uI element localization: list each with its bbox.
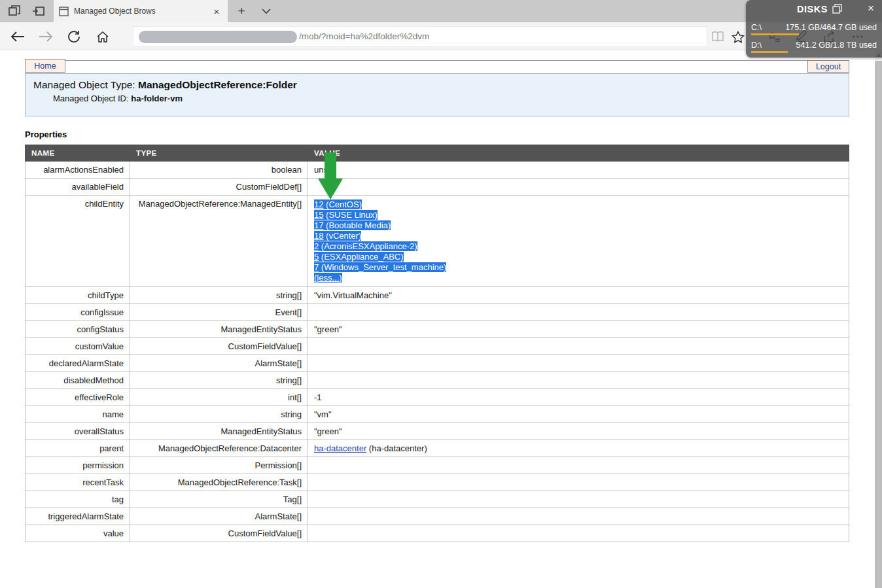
tab-close-icon[interactable]: × [211, 6, 222, 17]
type-value: ManagedObjectReference:Folder [138, 79, 297, 90]
forward-icon[interactable] [36, 27, 56, 46]
annotation-arrow-icon [318, 152, 343, 199]
disk-usage-bar [751, 33, 799, 35]
vertical-scrollbar[interactable] [875, 50, 882, 588]
property-type-cell: ManagedObjectReference:Datacenter [130, 440, 308, 457]
disk-usage-text: 541.2 GB/1.8 TB used [796, 41, 877, 50]
disk-row-d: D:\ 541.2 GB/1.8 TB used [751, 36, 877, 54]
child-entity-name: (ESXAppliance_ABC) [319, 252, 403, 262]
disks-close-icon[interactable]: × [865, 2, 877, 15]
property-value-cell [308, 355, 849, 372]
properties-table-body: alarmActionsEnabledbooleanunsetavailable… [26, 162, 849, 542]
address-bar[interactable]: /mob/?moid=ha%2dfolder%2dvm [133, 26, 707, 46]
property-type-cell: Event​[] [130, 304, 308, 321]
property-value-cell: "green" [308, 423, 849, 440]
managed-object-type-line: Managed Object Type: ManagedObjectRefere… [33, 79, 849, 91]
property-name-cell: parent [26, 440, 130, 457]
property-name-cell: tag [26, 491, 130, 508]
disks-widget: DISKS × C:\ 175.1 GB/464.7 GB used D:\ 5… [746, 0, 882, 58]
url-redaction-blob [139, 31, 297, 43]
property-name-cell: alarmActionsEnabled [26, 162, 130, 179]
header-type: TYPE [130, 145, 308, 162]
property-type-cell: boolean [130, 162, 308, 179]
id-value: ha-folder-vm [131, 94, 183, 103]
selected-text: 15 (SUSE Linux) [314, 210, 378, 220]
header-name: NAME [26, 145, 130, 162]
table-row: valueCustomFieldValue​[] [26, 525, 849, 542]
property-value-cell [308, 338, 849, 355]
child-entity-link[interactable]: 15 [314, 210, 323, 220]
tab-preview-icon[interactable] [4, 0, 25, 22]
property-type-cell: Permission​[] [130, 457, 308, 474]
property-value-cell [308, 179, 849, 196]
property-value-cell: -1 [308, 389, 849, 406]
table-header-row: NAME TYPE VALUE [26, 145, 849, 162]
table-row: alarmActionsEnabledbooleanunset [26, 162, 849, 179]
property-name-cell: name [26, 406, 130, 423]
child-entity-link[interactable]: 12 [314, 199, 323, 209]
property-name-cell: recentTask [26, 474, 130, 491]
home-icon[interactable] [93, 27, 113, 46]
child-entity-link[interactable]: 17 [314, 220, 323, 230]
home-tab[interactable]: Home [25, 59, 65, 73]
disk-row-c: C:\ 175.1 GB/464.7 GB used [751, 18, 877, 36]
property-name-cell: triggeredAlarmState [26, 508, 130, 525]
browser-tab[interactable]: Managed Object Brows × [54, 0, 228, 22]
reading-view-icon[interactable] [708, 27, 728, 46]
property-type-cell: string​[] [130, 372, 308, 389]
parent-link[interactable]: ha-datacenter [314, 443, 366, 453]
property-value-cell [308, 525, 849, 542]
disks-restore-icon[interactable] [832, 4, 843, 14]
property-type-cell: ManagedObjectReference:ManagedEntity​[] [130, 196, 308, 287]
logout-button[interactable]: Logout [807, 60, 849, 73]
property-name-cell: configIssue [26, 304, 130, 321]
favorites-star-icon[interactable] [728, 27, 748, 46]
table-row: overallStatusManagedEntityStatus"green" [26, 423, 849, 440]
property-name-cell: customValue [26, 338, 130, 355]
mob-page: Home Logout Managed Object Type: Managed… [25, 59, 849, 542]
table-row: configIssueEvent​[] [26, 304, 849, 321]
property-value-cell: unset [308, 162, 849, 179]
page-favicon [59, 7, 69, 16]
selected-text: 5 (ESXAppliance_ABC) [314, 252, 404, 262]
selected-text: (less...) [314, 273, 342, 283]
child-entity-link[interactable]: (less...) [314, 273, 342, 283]
type-label: Managed Object Type: [33, 79, 138, 90]
property-name-cell: permission [26, 457, 130, 474]
set-tabs-aside-icon[interactable] [27, 0, 48, 22]
property-value-cell: "vm" [308, 406, 849, 423]
selected-text: 17 (Bootable Media) [314, 220, 391, 230]
property-type-cell: string [130, 406, 308, 423]
refresh-icon[interactable] [64, 27, 84, 46]
disks-titlebar[interactable]: DISKS × [746, 0, 882, 18]
disks-title: DISKS [797, 4, 828, 14]
disk-usage-bar [751, 51, 788, 53]
table-row: configStatusManagedEntityStatus"green" [26, 321, 849, 338]
disk-usage-text: 175.1 GB/464.7 GB used [785, 23, 877, 32]
parent-link-suffix: (ha-datacenter) [366, 443, 427, 453]
tab-strip-rule [25, 60, 849, 61]
child-entity-name: (AcronisESXAppliance-2) [319, 241, 417, 251]
table-row: permissionPermission​[] [26, 457, 849, 474]
property-value-cell: "vim.VirtualMachine" [308, 287, 849, 304]
child-entity-link[interactable]: 18 [314, 231, 323, 241]
property-type-cell: ManagedObjectReference:Task​[] [130, 474, 308, 491]
table-row: namestring"vm" [26, 406, 849, 423]
table-row: recentTaskManagedObjectReference:Task​[] [26, 474, 849, 491]
table-row: parentManagedObjectReference:Datacenterh… [26, 440, 849, 457]
tab-list-chevron-icon[interactable] [255, 0, 277, 22]
property-name-cell: disabledMethod [26, 372, 130, 389]
property-value-cell: ha-datacenter (ha-datacenter) [308, 440, 849, 457]
property-type-cell: CustomFieldValue​[] [130, 525, 308, 542]
new-tab-button[interactable]: + [230, 0, 253, 22]
property-value-cell [308, 491, 849, 508]
property-type-cell: AlarmState​[] [130, 508, 308, 525]
selected-text: 18 (vCenter) [314, 231, 361, 241]
table-row: tagTag​[] [26, 491, 849, 508]
id-label: Managed Object ID: [53, 94, 131, 103]
scrollbar-thumb[interactable] [875, 61, 882, 588]
property-name-cell: childType [26, 287, 130, 304]
table-row: effectiveRoleint​[]-1 [26, 389, 849, 406]
property-name-cell: declaredAlarmState [26, 355, 130, 372]
back-icon[interactable] [8, 27, 27, 46]
